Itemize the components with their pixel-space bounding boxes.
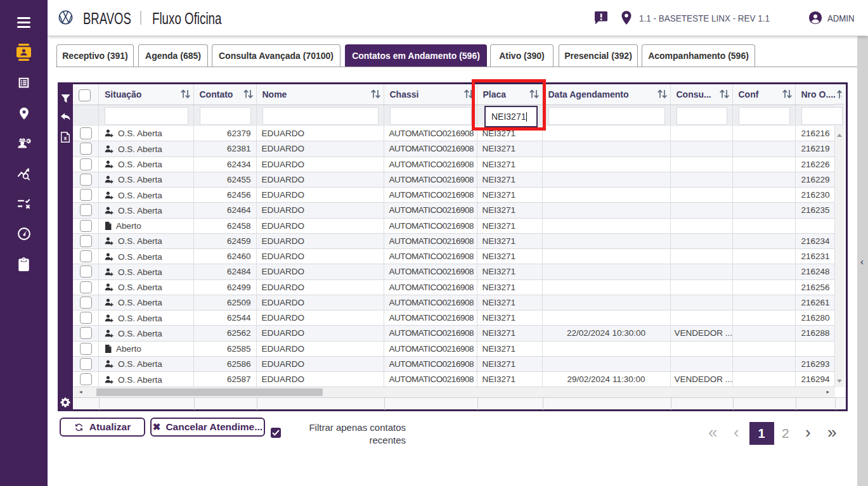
svg-text:x: x <box>63 135 67 141</box>
